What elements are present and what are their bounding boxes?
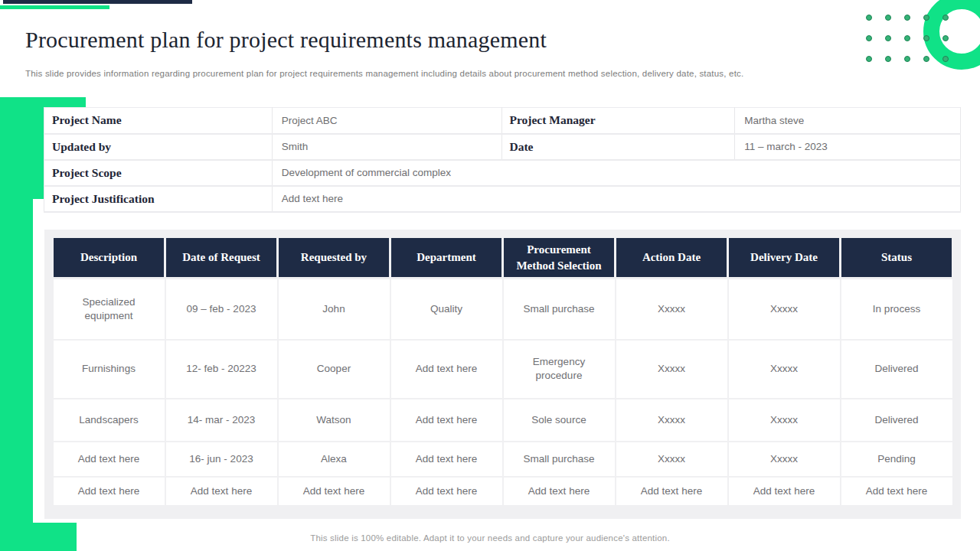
table-cell: Specialized equipment: [53, 279, 165, 340]
table-cell: Xxxxx: [728, 279, 841, 340]
table-cell: Xxxxx: [616, 399, 728, 442]
info-row: Project Name Project ABC Project Manager…: [44, 108, 961, 134]
dot-icon: [942, 56, 949, 62]
table-cell: Landscapers: [53, 399, 165, 442]
project-info-table: Project Name Project ABC Project Manager…: [44, 107, 961, 213]
col-header-action-date: Action Date: [616, 237, 728, 279]
info-label-project-scope: Project Scope: [44, 160, 273, 186]
col-header-department: Department: [390, 237, 503, 279]
table-row: Landscapers 14- mar - 2023 Watson Add te…: [53, 399, 953, 442]
table-cell: Xxxxx: [728, 442, 841, 477]
table-cell: Quality: [390, 279, 503, 340]
info-label-project-manager: Project Manager: [501, 108, 735, 134]
slide-canvas: Procurement plan for project requirement…: [0, 0, 980, 551]
table-cell: Small purchase: [503, 442, 616, 477]
info-value-project-manager: Martha steve: [735, 108, 961, 134]
table-cell: Add text here: [278, 477, 390, 506]
table-cell: Add text here: [390, 399, 503, 442]
top-navy-bar: [3, 0, 192, 4]
table-cell: Cooper: [278, 340, 390, 399]
table-cell: 16- jun - 2023: [165, 442, 278, 477]
info-label-project-justification: Project Justification: [44, 186, 273, 212]
table-cell: Delivered: [841, 399, 953, 442]
table-cell: Sole source: [503, 399, 616, 442]
col-header-description: Description: [53, 237, 165, 279]
info-row: Project Justification Add text here: [44, 186, 961, 212]
table-cell: Add text here: [165, 477, 278, 506]
table-cell: Xxxxx: [616, 340, 728, 399]
col-header-status: Status: [841, 237, 953, 279]
editable-note: This slide is 100% editable. Adapt it to…: [0, 533, 980, 543]
table-cell: Add text here: [503, 477, 616, 506]
table-cell: 14- mar - 2023: [165, 399, 278, 442]
table-row: Furnishings 12- feb - 20223 Cooper Add t…: [53, 340, 953, 399]
dot-icon: [866, 15, 872, 21]
table-cell: Add text here: [390, 442, 503, 477]
table-cell: Xxxxx: [728, 340, 841, 399]
dot-icon: [923, 56, 929, 62]
info-value-project-name: Project ABC: [272, 108, 501, 134]
info-value-updated-by: Smith: [272, 134, 501, 160]
dots-grid-icon: [864, 12, 956, 70]
table-cell: Add text here: [390, 477, 503, 506]
table-row: Specialized equipment 09 – feb - 2023 Jo…: [53, 279, 953, 340]
table-cell: Xxxxx: [728, 399, 841, 442]
table-cell: Pending: [841, 442, 953, 477]
table-cell: Alexa: [278, 442, 390, 477]
table-cell: Xxxxx: [616, 442, 728, 477]
info-row: Updated by Smith Date 11 – march - 2023: [44, 134, 961, 160]
dot-icon: [942, 35, 949, 41]
table-row: Add text here Add text here Add text her…: [53, 477, 953, 506]
info-value-project-justification: Add text here: [272, 186, 960, 212]
col-header-delivery-date: Delivery Date: [728, 237, 841, 279]
left-green-bar: [0, 97, 33, 523]
dot-icon: [923, 15, 929, 21]
table-cell: Emergency procedure: [503, 340, 616, 399]
col-header-requested-by: Requested by: [278, 237, 390, 279]
dot-icon: [923, 35, 929, 41]
info-row: Project Scope Development of commercial …: [44, 160, 961, 186]
table-cell: Add text here: [53, 442, 165, 477]
info-value-date: 11 – march - 2023: [735, 134, 961, 160]
table-cell: Add text here: [728, 477, 841, 506]
col-header-procurement-method: Procurement Method Selection: [503, 237, 616, 279]
table-cell: Furnishings: [53, 340, 165, 399]
page-subtitle: This slide provides information regardin…: [25, 69, 743, 78]
dot-icon: [866, 35, 872, 41]
table-cell: Small purchase: [503, 279, 616, 340]
table-cell: 12- feb - 20223: [165, 340, 278, 399]
dot-icon: [904, 56, 910, 62]
info-label-date: Date: [501, 134, 735, 160]
table-cell: In process: [841, 279, 953, 340]
procurement-table-panel: Description Date of Request Requested by…: [44, 230, 961, 519]
dot-icon: [942, 15, 949, 21]
table-cell: Delivered: [841, 340, 953, 399]
dot-icon: [866, 56, 872, 62]
table-cell: 09 – feb - 2023: [165, 279, 278, 340]
procurement-table: Description Date of Request Requested by…: [51, 236, 954, 507]
dot-icon: [885, 35, 891, 41]
table-cell: Add text here: [390, 340, 503, 399]
info-value-project-scope: Development of commercial complex: [272, 160, 960, 186]
table-cell: Add text here: [841, 477, 953, 506]
table-cell: Xxxxx: [616, 279, 728, 340]
dot-icon: [904, 35, 910, 41]
table-row: Add text here 16- jun - 2023 Alexa Add t…: [53, 442, 953, 477]
table-header-row: Description Date of Request Requested by…: [53, 237, 953, 279]
table-cell: Watson: [278, 399, 390, 442]
info-label-project-name: Project Name: [44, 108, 273, 134]
dot-icon: [885, 15, 891, 21]
table-cell: Add text here: [53, 477, 165, 506]
table-cell: Add text here: [616, 477, 728, 506]
dot-icon: [904, 15, 910, 21]
col-header-date-of-request: Date of Request: [165, 237, 278, 279]
info-label-updated-by: Updated by: [44, 134, 273, 160]
dot-icon: [885, 56, 891, 62]
table-cell: John: [278, 279, 390, 340]
page-title: Procurement plan for project requirement…: [25, 27, 547, 53]
top-green-bar: [0, 5, 109, 9]
